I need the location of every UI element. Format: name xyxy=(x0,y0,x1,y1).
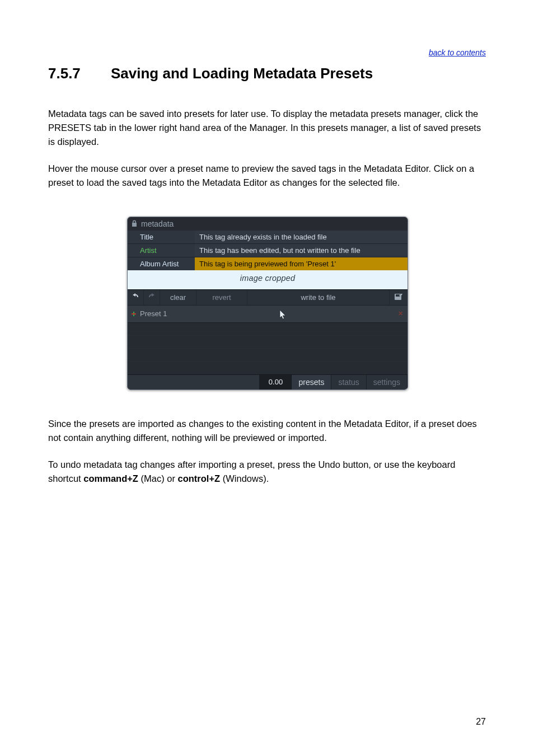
plus-icon xyxy=(129,311,139,317)
svg-rect-4 xyxy=(132,313,136,314)
paragraph-4: To undo metadata tag changes after impor… xyxy=(48,458,486,486)
back-to-contents-link[interactable]: back to contents xyxy=(48,48,486,57)
page-number: 27 xyxy=(476,717,486,727)
tab-presets[interactable]: presets xyxy=(292,375,331,389)
window-titlebar: metadata xyxy=(128,217,407,231)
tab-settings[interactable]: settings xyxy=(367,375,407,389)
metadata-toolbar: clear revert write to file xyxy=(128,289,407,305)
bottom-bar-spacer xyxy=(128,375,260,389)
paragraph-1: Metadata tags can be saved into presets … xyxy=(48,107,486,148)
lock-icon xyxy=(131,220,138,227)
metadata-tag-table: Title This tag already exists in the loa… xyxy=(128,231,407,270)
window-title: metadata xyxy=(141,219,174,228)
time-display: 0.00 xyxy=(260,375,292,389)
tag-label-album-artist: Album Artist xyxy=(128,257,195,270)
undo-icon xyxy=(131,293,140,302)
tag-value-artist[interactable]: This tag has been edited, but not writte… xyxy=(195,244,407,257)
tag-row-title: Title This tag already exists in the loa… xyxy=(128,231,407,243)
clear-button[interactable]: clear xyxy=(160,290,196,305)
revert-button[interactable]: revert xyxy=(196,290,247,305)
shortcut-win: control+Z xyxy=(178,473,221,483)
svg-rect-2 xyxy=(400,294,401,296)
preset-row[interactable]: Preset 1 ✕ xyxy=(128,305,407,322)
bottom-bar: 0.00 presets status settings xyxy=(128,374,407,389)
preset-close-icon[interactable]: ✕ xyxy=(398,310,404,317)
floppy-disk-icon xyxy=(394,293,403,302)
tab-status[interactable]: status xyxy=(331,375,366,389)
paragraph-4c: (Windows). xyxy=(220,473,269,483)
undo-button[interactable] xyxy=(128,290,144,305)
section-heading: 7.5.7 Saving and Loading Metadata Preset… xyxy=(48,65,486,82)
app-screenshot: metadata Title This tag already exists i… xyxy=(127,217,408,390)
mouse-cursor-icon xyxy=(167,307,398,321)
preset-empty-area xyxy=(128,322,407,374)
shortcut-mac: command+Z xyxy=(83,473,138,483)
save-icon-button[interactable] xyxy=(390,290,407,305)
paragraph-3: Since the presets are imported as change… xyxy=(48,417,486,445)
tag-row-album-artist: Album Artist This tag is being previewed… xyxy=(128,257,407,270)
paragraph-2: Hover the mouse cursor over a preset nam… xyxy=(48,162,486,190)
image-cropped-note: image cropped xyxy=(128,270,407,289)
preset-list: Preset 1 ✕ xyxy=(128,305,407,374)
paragraph-4b: (Mac) or xyxy=(138,473,178,483)
tag-value-album-artist[interactable]: This tag is being previewed from 'Preset… xyxy=(195,257,407,270)
section-number: 7.5.7 xyxy=(48,65,111,82)
tag-label-title: Title xyxy=(128,231,195,243)
redo-icon xyxy=(147,293,156,302)
tag-value-title[interactable]: This tag already exists in the loaded fi… xyxy=(195,231,407,243)
tag-row-artist: Artist This tag has been edited, but not… xyxy=(128,243,407,257)
tag-label-artist: Artist xyxy=(128,244,195,257)
redo-button[interactable] xyxy=(144,290,160,305)
section-title: Saving and Loading Metadata Presets xyxy=(111,65,373,82)
write-to-file-button[interactable]: write to file xyxy=(247,290,390,305)
preset-name: Preset 1 xyxy=(139,309,167,318)
